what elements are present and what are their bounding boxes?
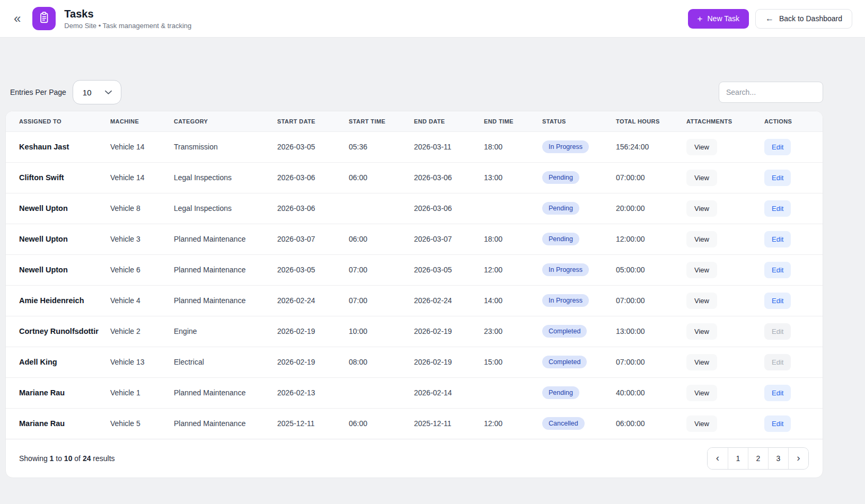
cell-start-date: 2026-03-06 bbox=[277, 162, 349, 193]
cell-start-time: 07:00 bbox=[349, 285, 414, 316]
cell-assigned-to: Amie Heidenreich bbox=[6, 285, 110, 316]
status-badge: Completed bbox=[542, 356, 587, 368]
page-1-button[interactable]: 1 bbox=[728, 448, 748, 469]
page-3-button[interactable]: 3 bbox=[768, 448, 788, 469]
view-attachments-button[interactable]: View bbox=[686, 200, 717, 217]
cell-category: Legal Inspections bbox=[174, 162, 277, 193]
table-footer: Showing 1 to 10 of 24 results ‹ 1 2 3 › bbox=[6, 439, 823, 478]
cell-start-time: 08:00 bbox=[349, 347, 414, 377]
cell-end-date: 2026-02-14 bbox=[414, 377, 484, 408]
view-attachments-button[interactable]: View bbox=[686, 415, 717, 432]
tasks-table: Assigned To Machine Category Start Date … bbox=[6, 111, 823, 439]
edit-task-button[interactable]: Edit bbox=[764, 200, 791, 217]
page-title: Tasks bbox=[64, 7, 191, 20]
entries-per-page-value: 10 bbox=[83, 88, 92, 97]
chevron-down-icon bbox=[104, 87, 112, 97]
cell-category: Planned Maintenance bbox=[174, 408, 277, 439]
top-actions: + New Task ← Back to Dashboard bbox=[688, 9, 852, 29]
cell-start-date: 2026-03-06 bbox=[277, 193, 349, 224]
edit-task-button[interactable]: Edit bbox=[764, 385, 791, 401]
prev-page-button[interactable]: ‹ bbox=[708, 448, 728, 469]
cell-start-date: 2026-02-13 bbox=[277, 377, 349, 408]
cell-end-time: 18:00 bbox=[484, 131, 542, 162]
edit-task-button[interactable]: Edit bbox=[764, 139, 791, 155]
cell-assigned-to: Newell Upton bbox=[6, 224, 110, 254]
new-task-button[interactable]: + New Task bbox=[688, 9, 749, 29]
cell-machine: Vehicle 1 bbox=[110, 377, 174, 408]
page-2-button[interactable]: 2 bbox=[748, 448, 768, 469]
cell-total-hours: 156:24:00 bbox=[616, 131, 686, 162]
view-attachments-button[interactable]: View bbox=[686, 293, 717, 309]
cell-end-time bbox=[484, 377, 542, 408]
cell-total-hours: 05:00:00 bbox=[616, 254, 686, 285]
cell-start-time: 05:36 bbox=[349, 131, 414, 162]
cell-category: Planned Maintenance bbox=[174, 224, 277, 254]
cell-assigned-to: Mariane Rau bbox=[6, 377, 110, 408]
tasks-table-card: Assigned To Machine Category Start Date … bbox=[5, 111, 823, 478]
cell-end-time: 14:00 bbox=[484, 285, 542, 316]
cell-assigned-to: Keshaun Jast bbox=[6, 131, 110, 162]
cell-machine: Vehicle 13 bbox=[110, 347, 174, 377]
edit-task-button[interactable]: Edit bbox=[764, 415, 791, 432]
cell-start-date: 2026-03-07 bbox=[277, 224, 349, 254]
collapse-sidebar-icon[interactable]: « bbox=[14, 12, 21, 25]
table-controls: Entries Per Page 10 bbox=[5, 80, 823, 104]
table-row: Newell Upton Vehicle 6 Planned Maintenan… bbox=[6, 254, 823, 285]
entries-per-page-select[interactable]: 10 bbox=[73, 80, 121, 104]
cell-category: Engine bbox=[174, 316, 277, 347]
cell-assigned-to: Newell Upton bbox=[6, 193, 110, 224]
cell-end-date: 2025-12-11 bbox=[414, 408, 484, 439]
status-badge: Completed bbox=[542, 325, 587, 338]
table-body: Keshaun Jast Vehicle 14 Transmission 202… bbox=[6, 131, 823, 439]
col-machine: Machine bbox=[110, 111, 174, 131]
back-to-dashboard-button[interactable]: ← Back to Dashboard bbox=[755, 9, 852, 29]
status-badge: Pending bbox=[542, 386, 579, 399]
status-badge: Pending bbox=[542, 171, 579, 184]
table-row: Clifton Swift Vehicle 14 Legal Inspectio… bbox=[6, 162, 823, 193]
edit-task-button: Edit bbox=[764, 354, 791, 370]
view-attachments-button[interactable]: View bbox=[686, 231, 717, 247]
edit-task-button[interactable]: Edit bbox=[764, 231, 791, 247]
cell-total-hours: 07:00:00 bbox=[616, 285, 686, 316]
view-attachments-button[interactable]: View bbox=[686, 323, 717, 340]
search-input[interactable] bbox=[719, 82, 823, 103]
cell-start-date: 2026-03-05 bbox=[277, 254, 349, 285]
cell-assigned-to: Mariane Rau bbox=[6, 408, 110, 439]
page-subtitle: Demo Site • Task management & tracking bbox=[64, 22, 191, 30]
next-page-button[interactable]: › bbox=[788, 448, 808, 469]
edit-task-button[interactable]: Edit bbox=[764, 293, 791, 309]
cell-total-hours: 07:00:00 bbox=[616, 162, 686, 193]
cell-start-date: 2026-02-19 bbox=[277, 316, 349, 347]
cell-end-time: 12:00 bbox=[484, 254, 542, 285]
cell-start-time: 06:00 bbox=[349, 408, 414, 439]
clipboard-list-icon bbox=[37, 11, 51, 26]
view-attachments-button[interactable]: View bbox=[686, 354, 717, 370]
col-end-time: End Time bbox=[484, 111, 542, 131]
col-category: Category bbox=[174, 111, 277, 131]
edit-task-button[interactable]: Edit bbox=[764, 262, 791, 278]
entries-per-page-label: Entries Per Page bbox=[10, 88, 66, 96]
edit-task-button[interactable]: Edit bbox=[764, 170, 791, 186]
cell-end-time: 13:00 bbox=[484, 162, 542, 193]
col-attachments: Attachments bbox=[686, 111, 764, 131]
cell-category: Planned Maintenance bbox=[174, 285, 277, 316]
table-row: Amie Heidenreich Vehicle 4 Planned Maint… bbox=[6, 285, 823, 316]
view-attachments-button[interactable]: View bbox=[686, 170, 717, 186]
cell-end-time: 18:00 bbox=[484, 224, 542, 254]
table-row: Mariane Rau Vehicle 5 Planned Maintenanc… bbox=[6, 408, 823, 439]
cell-assigned-to: Adell King bbox=[6, 347, 110, 377]
view-attachments-button[interactable]: View bbox=[686, 139, 717, 155]
table-row: Newell Upton Vehicle 3 Planned Maintenan… bbox=[6, 224, 823, 254]
view-attachments-button[interactable]: View bbox=[686, 262, 717, 278]
cell-start-time: 07:00 bbox=[349, 254, 414, 285]
status-badge: Pending bbox=[542, 202, 579, 215]
cell-category: Legal Inspections bbox=[174, 193, 277, 224]
view-attachments-button[interactable]: View bbox=[686, 385, 717, 401]
cell-total-hours: 40:00:00 bbox=[616, 377, 686, 408]
cell-end-date: 2026-03-11 bbox=[414, 131, 484, 162]
col-total-hours: Total Hours bbox=[616, 111, 686, 131]
cell-machine: Vehicle 3 bbox=[110, 224, 174, 254]
col-actions: Actions bbox=[764, 111, 823, 131]
cell-end-time: 23:00 bbox=[484, 316, 542, 347]
top-bar: « Tasks Demo Site • Task management & tr… bbox=[0, 0, 865, 38]
